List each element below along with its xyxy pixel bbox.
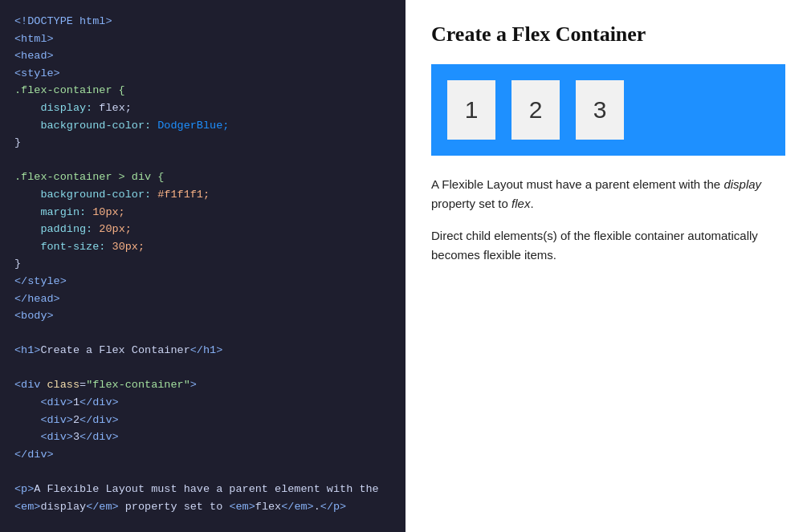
para1-text2: property set to (431, 197, 511, 210)
code-line: <style> (14, 65, 391, 83)
code-line: } (14, 134, 391, 152)
para1-text1: A Flexible Layout must have a parent ele… (431, 177, 723, 191)
code-line (14, 325, 391, 343)
code-editor: <!DOCTYPE html> <html> <head> <style> .f… (0, 0, 406, 532)
code-line: <body> (14, 307, 391, 325)
code-line: display: flex; (14, 99, 391, 117)
code-line: <p>A Flexible Layout must have a parent … (14, 481, 391, 498)
flex-container-demo: 1 2 3 (431, 64, 785, 156)
code-line: <div class="flex-container"> (14, 376, 391, 394)
code-line: .flex-container > div { (14, 169, 391, 186)
para1-text3: . (530, 197, 533, 210)
code-line (14, 515, 391, 532)
code-line: <!DOCTYPE html> (14, 13, 391, 30)
code-line (14, 463, 391, 481)
code-line: } (14, 255, 391, 273)
code-line: <div>3</div> (14, 428, 391, 446)
preview-panel: Create a Flex Container 1 2 3 A Flexible… (406, 0, 811, 532)
code-line: </style> (14, 273, 391, 290)
code-line: <html> (14, 30, 391, 48)
preview-paragraph-1: A Flexible Layout must have a parent ele… (431, 175, 785, 213)
code-line (14, 152, 391, 169)
code-line: .flex-container { (14, 82, 391, 99)
code-line: <div>2</div> (14, 412, 391, 429)
code-line (14, 359, 391, 377)
code-line: </head> (14, 290, 391, 308)
code-line: </div> (14, 446, 391, 464)
para1-em2: flex (511, 197, 530, 210)
para1-em1: display (723, 177, 761, 191)
code-line: <em>display</em> property set to <em>fle… (14, 498, 391, 516)
code-line: <div>1</div> (14, 394, 391, 412)
code-line: font-size: 30px; (14, 238, 391, 256)
flex-item-1: 1 (447, 80, 495, 140)
code-line: padding: 20px; (14, 221, 391, 238)
code-line: <h1>Create a Flex Container</h1> (14, 342, 391, 359)
code-line: background-color: DodgerBlue; (14, 117, 391, 135)
preview-title: Create a Flex Container (431, 22, 785, 47)
preview-paragraph-2: Direct child elements(s) of the flexible… (431, 226, 785, 265)
flex-item-2: 2 (511, 80, 560, 140)
code-line: background-color: #f1f1f1; (14, 186, 391, 204)
code-line: <head> (14, 47, 391, 65)
flex-item-3: 3 (576, 80, 624, 140)
code-line: margin: 10px; (14, 204, 391, 221)
